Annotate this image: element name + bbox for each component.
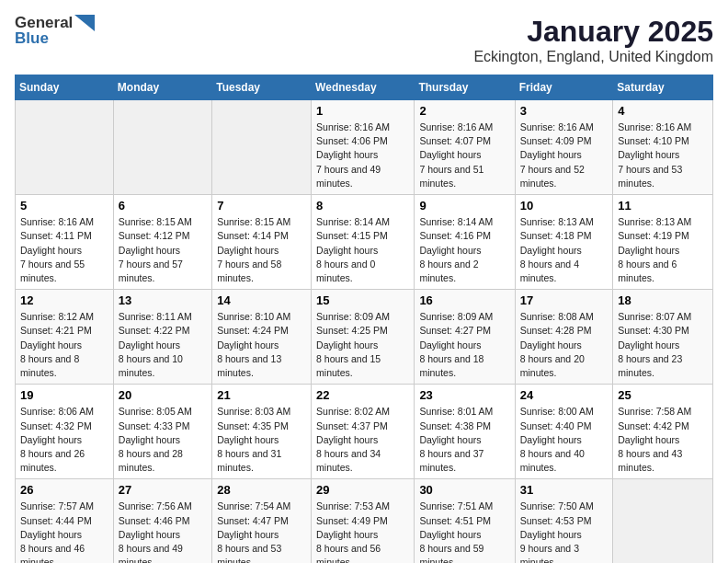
day-info: Sunrise: 8:16 AMSunset: 4:07 PMDaylight … [419, 121, 509, 190]
day-number: 20 [119, 388, 207, 402]
calendar-cell: 3Sunrise: 8:16 AMSunset: 4:09 PMDaylight… [515, 100, 612, 195]
day-number: 11 [618, 199, 708, 213]
day-number: 3 [520, 104, 608, 118]
calendar-week-row: 19Sunrise: 8:06 AMSunset: 4:32 PMDayligh… [16, 385, 713, 479]
logo-arrow-icon [74, 15, 95, 31]
day-info: Sunrise: 8:03 AMSunset: 4:35 PMDaylight … [217, 405, 306, 475]
calendar-cell: 23Sunrise: 8:01 AMSunset: 4:38 PMDayligh… [415, 385, 515, 479]
calendar-cell: 8Sunrise: 8:14 AMSunset: 4:15 PMDaylight… [312, 195, 415, 290]
calendar-cell: 24Sunrise: 8:00 AMSunset: 4:40 PMDayligh… [515, 385, 612, 479]
weekday-header-friday: Friday [515, 75, 612, 100]
svg-marker-0 [74, 15, 95, 31]
weekday-header-row: SundayMondayTuesdayWednesdayThursdayFrid… [16, 75, 713, 100]
day-info: Sunrise: 8:16 AMSunset: 4:10 PMDaylight … [618, 121, 708, 190]
page-title: January 2025 [473, 15, 713, 49]
day-info: Sunrise: 8:14 AMSunset: 4:16 PMDaylight … [419, 215, 509, 285]
day-info: Sunrise: 7:51 AMSunset: 4:51 PMDaylight … [419, 500, 509, 563]
day-info: Sunrise: 8:05 AMSunset: 4:33 PMDaylight … [119, 405, 207, 475]
calendar-cell: 16Sunrise: 8:09 AMSunset: 4:27 PMDayligh… [415, 290, 515, 385]
day-info: Sunrise: 7:56 AMSunset: 4:46 PMDaylight … [119, 500, 207, 563]
day-number: 17 [520, 293, 608, 307]
calendar-cell: 18Sunrise: 8:07 AMSunset: 4:30 PMDayligh… [613, 290, 713, 385]
calendar-cell: 31Sunrise: 7:50 AMSunset: 4:53 PMDayligh… [515, 479, 612, 563]
calendar-cell: 19Sunrise: 8:06 AMSunset: 4:32 PMDayligh… [16, 385, 114, 479]
calendar-cell: 29Sunrise: 7:53 AMSunset: 4:49 PMDayligh… [312, 479, 415, 563]
calendar-cell: 14Sunrise: 8:10 AMSunset: 4:24 PMDayligh… [212, 290, 312, 385]
calendar-week-row: 26Sunrise: 7:57 AMSunset: 4:44 PMDayligh… [16, 479, 713, 563]
day-number: 24 [520, 388, 608, 402]
calendar-cell: 5Sunrise: 8:16 AMSunset: 4:11 PMDaylight… [16, 195, 114, 290]
weekday-header-tuesday: Tuesday [212, 75, 312, 100]
day-info: Sunrise: 8:16 AMSunset: 4:11 PMDaylight … [20, 215, 108, 285]
day-number: 27 [119, 483, 207, 497]
calendar-cell: 26Sunrise: 7:57 AMSunset: 4:44 PMDayligh… [16, 479, 114, 563]
day-number: 16 [419, 293, 509, 307]
day-info: Sunrise: 8:07 AMSunset: 4:30 PMDaylight … [618, 310, 708, 380]
calendar-cell [113, 100, 211, 195]
weekday-header-sunday: Sunday [16, 75, 114, 100]
day-number: 18 [618, 293, 708, 307]
logo-text: General Blue [15, 15, 95, 47]
day-number: 12 [20, 293, 108, 307]
day-info: Sunrise: 8:15 AMSunset: 4:12 PMDaylight … [119, 215, 207, 285]
day-info: Sunrise: 7:58 AMSunset: 4:42 PMDaylight … [618, 405, 708, 475]
day-info: Sunrise: 8:09 AMSunset: 4:25 PMDaylight … [316, 310, 409, 380]
day-info: Sunrise: 8:10 AMSunset: 4:24 PMDaylight … [217, 310, 306, 380]
calendar-cell: 7Sunrise: 8:15 AMSunset: 4:14 PMDaylight… [212, 195, 312, 290]
calendar-cell: 28Sunrise: 7:54 AMSunset: 4:47 PMDayligh… [212, 479, 312, 563]
day-info: Sunrise: 8:06 AMSunset: 4:32 PMDaylight … [20, 405, 108, 475]
day-number: 23 [419, 388, 509, 402]
day-info: Sunrise: 8:01 AMSunset: 4:38 PMDaylight … [419, 405, 509, 475]
day-info: Sunrise: 8:16 AMSunset: 4:06 PMDaylight … [316, 121, 409, 190]
day-number: 26 [20, 483, 108, 497]
weekday-header-monday: Monday [113, 75, 211, 100]
calendar-cell: 25Sunrise: 7:58 AMSunset: 4:42 PMDayligh… [613, 385, 713, 479]
day-number: 9 [419, 199, 509, 213]
calendar-cell: 30Sunrise: 7:51 AMSunset: 4:51 PMDayligh… [415, 479, 515, 563]
calendar-cell: 1Sunrise: 8:16 AMSunset: 4:06 PMDaylight… [312, 100, 415, 195]
calendar-week-row: 12Sunrise: 8:12 AMSunset: 4:21 PMDayligh… [16, 290, 713, 385]
header: General Blue January 2025 Eckington, Eng… [15, 15, 713, 65]
calendar-cell [212, 100, 312, 195]
calendar-cell: 15Sunrise: 8:09 AMSunset: 4:25 PMDayligh… [312, 290, 415, 385]
day-number: 29 [316, 483, 409, 497]
logo: General Blue [15, 15, 95, 47]
day-info: Sunrise: 8:02 AMSunset: 4:37 PMDaylight … [316, 405, 409, 475]
day-number: 22 [316, 388, 409, 402]
calendar-cell: 20Sunrise: 8:05 AMSunset: 4:33 PMDayligh… [113, 385, 211, 479]
day-number: 2 [419, 104, 509, 118]
day-info: Sunrise: 7:57 AMSunset: 4:44 PMDaylight … [20, 500, 108, 563]
day-number: 30 [419, 483, 509, 497]
calendar-cell: 12Sunrise: 8:12 AMSunset: 4:21 PMDayligh… [16, 290, 114, 385]
day-number: 8 [316, 199, 409, 213]
day-info: Sunrise: 8:14 AMSunset: 4:15 PMDaylight … [316, 215, 409, 285]
day-number: 14 [217, 293, 306, 307]
calendar-table: SundayMondayTuesdayWednesdayThursdayFrid… [15, 75, 713, 563]
day-info: Sunrise: 8:13 AMSunset: 4:18 PMDaylight … [520, 215, 608, 285]
title-area: January 2025 Eckington, England, United … [473, 15, 713, 65]
day-number: 28 [217, 483, 306, 497]
day-info: Sunrise: 8:11 AMSunset: 4:22 PMDaylight … [119, 310, 207, 380]
page-subtitle: Eckington, England, United Kingdom [473, 49, 713, 65]
weekday-header-saturday: Saturday [613, 75, 713, 100]
calendar-cell: 13Sunrise: 8:11 AMSunset: 4:22 PMDayligh… [113, 290, 211, 385]
day-number: 7 [217, 199, 306, 213]
weekday-header-wednesday: Wednesday [312, 75, 415, 100]
day-info: Sunrise: 8:13 AMSunset: 4:19 PMDaylight … [618, 215, 708, 285]
day-info: Sunrise: 7:53 AMSunset: 4:49 PMDaylight … [316, 500, 409, 563]
day-number: 5 [20, 199, 108, 213]
day-info: Sunrise: 8:16 AMSunset: 4:09 PMDaylight … [520, 121, 608, 190]
day-number: 15 [316, 293, 409, 307]
day-number: 13 [119, 293, 207, 307]
day-info: Sunrise: 8:08 AMSunset: 4:28 PMDaylight … [520, 310, 608, 380]
day-info: Sunrise: 8:15 AMSunset: 4:14 PMDaylight … [217, 215, 306, 285]
day-info: Sunrise: 8:00 AMSunset: 4:40 PMDaylight … [520, 405, 608, 475]
calendar-cell: 27Sunrise: 7:56 AMSunset: 4:46 PMDayligh… [113, 479, 211, 563]
calendar-cell: 6Sunrise: 8:15 AMSunset: 4:12 PMDaylight… [113, 195, 211, 290]
day-info: Sunrise: 8:09 AMSunset: 4:27 PMDaylight … [419, 310, 509, 380]
logo-blue: Blue [15, 30, 95, 48]
calendar-cell: 11Sunrise: 8:13 AMSunset: 4:19 PMDayligh… [613, 195, 713, 290]
day-info: Sunrise: 8:12 AMSunset: 4:21 PMDaylight … [20, 310, 108, 380]
day-number: 10 [520, 199, 608, 213]
calendar-cell: 17Sunrise: 8:08 AMSunset: 4:28 PMDayligh… [515, 290, 612, 385]
